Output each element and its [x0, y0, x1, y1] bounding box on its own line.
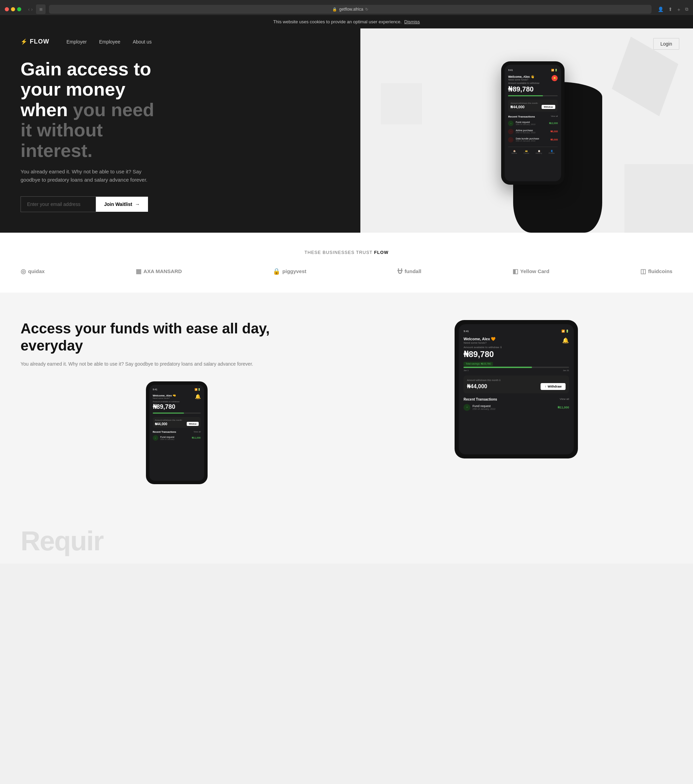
nav-history[interactable]: 📋History — [536, 150, 542, 154]
small-bell-icon: 🔔 — [195, 394, 201, 399]
large-tx-date-1: 25th of January, 2022 — [472, 408, 495, 410]
tabs-icon[interactable]: ⧉ — [685, 7, 688, 12]
large-tx-name-1: Fund request — [472, 404, 495, 408]
nav-home[interactable]: 🏠Home — [512, 150, 517, 154]
phone-bottom-nav: 🏠Home 💳Cards 📋History 👤Profile — [508, 147, 558, 154]
phone-amount: ₦89,780 — [508, 85, 558, 93]
join-waitlist-button[interactable]: Join Waitlist → — [96, 197, 148, 212]
new-tab-icon[interactable]: + — [677, 7, 680, 12]
large-bell-icon: 🔔 — [562, 337, 569, 344]
tx-name-2: Airline purchase — [515, 129, 535, 132]
forward-button[interactable]: › — [31, 7, 33, 12]
trust-title: THESE BUSINESSES TRUST FLOW — [21, 250, 672, 255]
brand-fluidcoins: ◫ fluidcoins — [640, 268, 672, 275]
nav-employer[interactable]: Employer — [66, 39, 87, 44]
dismiss-link[interactable]: Dismiss — [404, 19, 420, 24]
large-phone-sub: Need some funds? — [464, 341, 496, 344]
notification-badge: 🔔 — [551, 75, 558, 81]
hero-phone-mockup: 9:41 📶 🔋 Welcome, Alex 👋 Need some funds… — [501, 61, 565, 185]
email-form: Join Waitlist → — [21, 196, 340, 212]
phone-status-icons: 📶 🔋 — [551, 69, 558, 72]
small-withdraw-section: Amount withdrawn this month: ₦44,000 Wit… — [153, 417, 201, 428]
phone-time: 9:41 — [508, 69, 513, 72]
small-phone-sub: Need some funds? — [153, 397, 176, 399]
axa-icon: ▦ — [136, 268, 142, 275]
large-phone-status: 📶 🔋 — [561, 329, 569, 333]
large-withdraw-btn[interactable]: ↑ Withdraw — [541, 383, 566, 390]
small-phone-time: 9:41 — [153, 388, 158, 391]
tx-icon-2: - — [508, 129, 514, 134]
phone-progress-bar — [508, 95, 543, 96]
back-button[interactable]: ‹ — [28, 7, 30, 12]
features-title: Access your funds with ease all day, eve… — [21, 320, 333, 355]
minimize-button-dot[interactable] — [11, 7, 15, 11]
nav-profile[interactable]: 👤Profile — [549, 150, 555, 154]
tx-icon-3: - — [508, 137, 514, 143]
maximize-button-dot[interactable] — [17, 7, 21, 11]
phone-hand-container: 9:41 📶 🔋 Welcome, Alex 👋 Need some funds… — [472, 54, 581, 233]
features-subtitle: You already earned it. Why not be able t… — [21, 360, 333, 368]
browser-chrome: ‹ › ⊞ 🔒 getflow.africa ↻ 👤 ⬆ + ⧉ — [0, 0, 693, 15]
site-wrapper: ⚡ FLOW Employer Employee About us Gain a… — [0, 28, 693, 564]
close-button-dot[interactable] — [5, 7, 9, 11]
large-phone-amount: ₦89,780 — [464, 349, 569, 359]
large-progress — [464, 367, 532, 368]
withdraw-label: Amount withdrawn this month: — [510, 102, 555, 104]
small-progress — [153, 413, 184, 413]
tx-amount-3: ₦5,000 — [550, 138, 558, 141]
brand-axa: ▦ AXA MANSARD — [136, 268, 182, 275]
phone-withdraw-button[interactable]: Withdraw — [542, 105, 556, 109]
large-phone-time: 9:41 — [464, 329, 469, 333]
cookie-banner: This website uses cookies to provide an … — [0, 15, 693, 28]
hero-phone-screen: 9:41 📶 🔋 Welcome, Alex 👋 Need some funds… — [505, 65, 561, 181]
small-phone-amount: ₦89,780 — [153, 403, 201, 410]
tx-name-1: Fund request — [515, 121, 535, 124]
large-withdraw-section: Amount withdrawn this month ℹ ₦44,000 ↑ … — [464, 376, 569, 394]
tx-item-3: - Data bundle purchase 20th of January, … — [508, 137, 558, 143]
nav-cards[interactable]: 💳Cards — [523, 150, 529, 154]
hero-section: ⚡ FLOW Employer Employee About us Gain a… — [0, 28, 693, 233]
small-phone-greeting: Welcome, Alex 🤜 — [153, 394, 176, 397]
small-phone-status: 📶🔋 — [194, 388, 201, 391]
tx-amount-2: ₦6,000 — [550, 130, 558, 133]
hero-title: Gain access to your money when you need … — [21, 59, 340, 161]
small-withdraw-btn[interactable]: Withdraw — [187, 422, 198, 426]
address-bar[interactable]: 🔒 getflow.africa ↻ — [49, 5, 652, 14]
navbar: ⚡ FLOW Employer Employee About us — [21, 28, 340, 52]
url-text: getflow.africa — [339, 7, 363, 12]
nav-about[interactable]: About us — [133, 39, 151, 44]
fundall-icon: Ʉ — [397, 267, 403, 275]
quidax-icon: ◎ — [21, 268, 26, 275]
brand-quidax: ◎ quidax — [21, 268, 44, 275]
features-right: 9:41 📶 🔋 Welcome, Alex 🧡 Need some funds… — [360, 320, 673, 458]
hero-title-line1: Gain access to — [21, 59, 151, 79]
user-icon[interactable]: 👤 — [658, 7, 663, 12]
hero-title-line2: your money — [21, 79, 125, 99]
features-phone-large: 9:41 📶 🔋 Welcome, Alex 🧡 Need some funds… — [454, 320, 578, 458]
amount-label: Amount available to withdraw — [508, 82, 558, 84]
sidebar-toggle[interactable]: ⊞ — [36, 5, 46, 14]
brand-yellowcard: ◧ Yellow Card — [512, 268, 550, 275]
withdraw-amount: ₦44,000 — [510, 105, 525, 109]
nav-links: Employer Employee About us — [66, 39, 152, 44]
login-button[interactable]: Login — [653, 38, 679, 50]
large-view-all[interactable]: View all — [560, 397, 569, 401]
large-phone-greeting: Welcome, Alex 🧡 — [464, 337, 496, 341]
nav-employee[interactable]: Employee — [99, 39, 120, 44]
share-icon[interactable]: ⬆ — [668, 7, 672, 12]
tx-date-3: 20th of January, 2022 — [515, 140, 539, 142]
tx-date-2: 24th of January, 2022 — [515, 132, 535, 133]
view-all[interactable]: View all — [551, 115, 558, 118]
bottom-teaser-text: Requir — [21, 525, 672, 557]
hero-title-line3-muted: you need — [73, 99, 154, 120]
hero-title-line4: it without — [21, 120, 103, 140]
logo[interactable]: ⚡ FLOW — [21, 38, 49, 45]
phone-withdraw-section: Amount withdrawn this month: ₦44,000 Wit… — [508, 100, 558, 112]
features-left: Access your funds with ease all day, eve… — [21, 320, 347, 484]
cookie-text: This website uses cookies to provide an … — [273, 19, 402, 24]
arrow-icon: → — [135, 201, 140, 207]
large-tx-amount-1: ₦11,000 — [558, 406, 570, 409]
hero-content: Gain access to your money when you need … — [21, 52, 340, 212]
hero-left: ⚡ FLOW Employer Employee About us Gain a… — [0, 28, 360, 233]
email-input[interactable] — [21, 196, 96, 212]
